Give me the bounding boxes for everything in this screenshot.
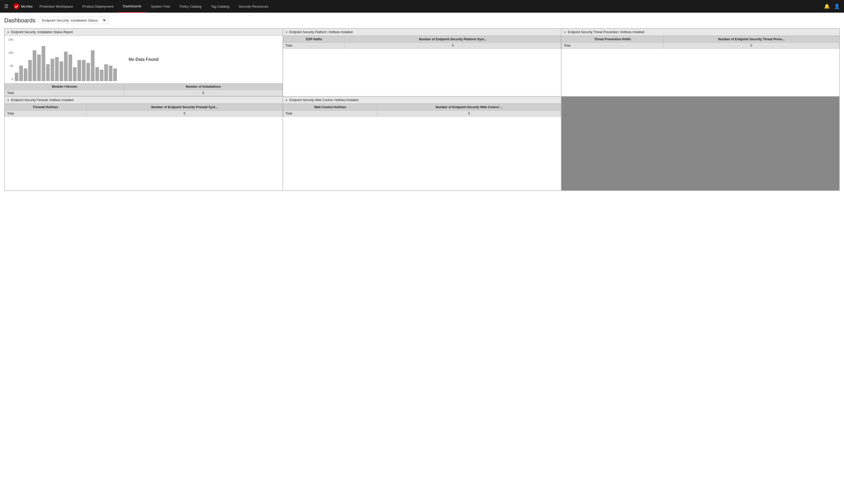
panel5-title: Endpoint Security Web Control: Hotfixes … — [289, 98, 358, 102]
panel2-col1-header: ESP Hotfix — [283, 36, 345, 43]
chart-bar — [109, 66, 112, 81]
chart-bar — [51, 59, 54, 81]
panel1-col2-header: Number of Installations — [124, 84, 283, 90]
panel1-header: ▼ Endpoint Security: Installation Status… — [5, 29, 283, 36]
panel3-collapse-icon[interactable]: ▼ — [563, 31, 566, 34]
panel4-empty — [5, 116, 283, 191]
nav-security-resources[interactable]: Security Resources — [234, 0, 273, 13]
nav-dashboards[interactable]: Dashboards — [118, 0, 146, 13]
panel2-total-label: Total — [283, 43, 345, 49]
nav-system-tree[interactable]: System Tree — [146, 0, 175, 13]
panel3-title: Endpoint Security Threat Prevention: Hot… — [568, 30, 644, 34]
page-header: Dashboards Endpoint Security: Installati… — [4, 17, 840, 24]
nav-product-deployment[interactable]: Product Deployment — [78, 0, 118, 13]
chart-bar — [82, 60, 86, 81]
panel1-chart: 150 100 50 0 No Data Found — [5, 36, 283, 83]
panel3-col2-header: Number of Endpoint Security Threat Preve… — [664, 36, 839, 43]
panel3-empty — [561, 49, 839, 96]
chart-bar — [59, 61, 63, 81]
panel4-header: ▼ Endpoint Security Firewall: Hotfixes I… — [5, 97, 283, 104]
panel5-col2-header: Number of Endpoint Security Web Control … — [377, 104, 561, 111]
panel1-collapse-icon[interactable]: ▼ — [7, 31, 10, 34]
y-label-150: 150 — [8, 38, 13, 41]
chart-bar — [77, 60, 81, 81]
chart-bar — [91, 50, 94, 81]
panel-webcontrol-hotfixes: ▼ Endpoint Security Web Control: Hotfixe… — [283, 96, 561, 191]
panel3-body: Threat Prevention Hotfix Number of Endpo… — [561, 36, 839, 96]
panel5-total-value: 0 — [377, 111, 561, 116]
panel2-title: Endpoint Security Platform: Hotfixes Ins… — [289, 30, 353, 34]
brand-logo: McAfee — [13, 3, 33, 10]
panel1-total-row: Total 0 — [5, 90, 283, 96]
chart-bar — [73, 67, 77, 81]
panel3-table: Threat Prevention Hotfix Number of Endpo… — [561, 36, 839, 49]
navbar: ☰ McAfee Protection Workspace Product De… — [0, 0, 844, 13]
panel5-table: Web Control Hotfixes Number of Endpoint … — [283, 104, 561, 116]
panel-threat-hotfixes: ▼ Endpoint Security Threat Prevention: H… — [561, 29, 840, 96]
panel-installation-status: ▼ Endpoint Security: Installation Status… — [4, 29, 283, 96]
panel3-col1-header: Threat Prevention Hotfix — [562, 36, 664, 43]
hamburger-icon[interactable]: ☰ — [4, 3, 8, 9]
panel5-total-label: Total — [283, 111, 377, 116]
panel4-total-row: Total 0 — [5, 111, 283, 116]
chart-bar — [86, 63, 90, 81]
chart-bar — [19, 66, 23, 81]
panel5-body: Web Control Hotfixes Number of Endpoint … — [283, 104, 561, 191]
y-label-0: 0 — [12, 77, 13, 80]
chart-bar — [33, 50, 36, 81]
panel2-body: ESP Hotfix Number of Endpoint Security P… — [283, 36, 561, 96]
panel4-body: Firewall Hotfixes Number of Endpoint Sec… — [5, 104, 283, 191]
user-icon[interactable]: 👤 — [834, 3, 840, 9]
panel1-total-value: 0 — [124, 90, 283, 96]
dashboard-grid: ▼ Endpoint Security: Installation Status… — [4, 28, 840, 191]
panel4-title: Endpoint Security Firewall: Hotfixes Ins… — [11, 98, 73, 102]
chart-bar — [95, 67, 99, 81]
panel-gray-empty — [561, 96, 840, 191]
nav-policy-catalog[interactable]: Policy Catalog — [175, 0, 206, 13]
chart-bar — [64, 52, 68, 81]
nav-protection-workspace[interactable]: Protection Workspace — [35, 0, 78, 13]
chart-bar — [15, 73, 18, 81]
chart-bar — [55, 57, 59, 81]
navbar-right: 🔔 👤 — [824, 3, 840, 9]
chart-bar — [24, 69, 28, 81]
panel5-col1-header: Web Control Hotfixes — [283, 104, 377, 111]
dashboard-dropdown[interactable]: Endpoint Security: Installation Status — [40, 17, 108, 24]
panel-esp-hotfixes: ▼ Endpoint Security Platform: Hotfixes I… — [283, 29, 561, 96]
panel5-total-row: Total 0 — [283, 111, 561, 116]
panel4-col2-header: Number of Endpoint Security Firewall Sys… — [86, 104, 282, 111]
panel1-table: Module->Version Number of Installations … — [5, 83, 283, 96]
nav-links: Protection Workspace Product Deployment … — [35, 0, 822, 13]
chart-bar — [28, 60, 32, 81]
panel5-collapse-icon[interactable]: ▼ — [285, 99, 288, 102]
chart-bar — [46, 64, 50, 81]
panel4-col1-header: Firewall Hotfixes — [5, 104, 87, 111]
panel2-collapse-icon[interactable]: ▼ — [285, 31, 288, 34]
chart-bar — [104, 64, 108, 81]
chart-bar — [37, 54, 41, 81]
chart-bar — [113, 69, 117, 81]
nav-tag-catalog[interactable]: Tag Catalog — [206, 0, 234, 13]
panel4-total-value: 0 — [86, 111, 282, 116]
panel3-total-value: 0 — [664, 43, 839, 49]
chart-bar — [100, 70, 104, 81]
notifications-icon[interactable]: 🔔 — [824, 3, 830, 9]
y-label-50: 50 — [10, 64, 13, 67]
panel5-header: ▼ Endpoint Security Web Control: Hotfixe… — [283, 97, 561, 104]
panel1-total-label: Total — [5, 90, 124, 96]
panel3-total-label: Total — [562, 43, 664, 49]
brand-name: McAfee — [21, 4, 33, 8]
chart-bar — [69, 54, 72, 81]
panel4-total-label: Total — [5, 111, 87, 116]
mcafee-shield-icon — [13, 3, 20, 10]
panel2-header: ▼ Endpoint Security Platform: Hotfixes I… — [283, 29, 561, 36]
page-title: Dashboards — [4, 17, 36, 24]
panel-firewall-hotfixes: ▼ Endpoint Security Firewall: Hotfixes I… — [4, 96, 283, 191]
panel4-collapse-icon[interactable]: ▼ — [7, 99, 10, 102]
panel1-title: Endpoint Security: Installation Status R… — [11, 30, 73, 34]
panel2-col2-header: Number of Endpoint Security Platform Sys… — [345, 36, 561, 43]
panel2-empty — [283, 49, 561, 96]
panel2-total-row: Total 0 — [283, 43, 561, 49]
panel2-total-value: 0 — [345, 43, 561, 49]
chart-bar — [42, 46, 45, 81]
